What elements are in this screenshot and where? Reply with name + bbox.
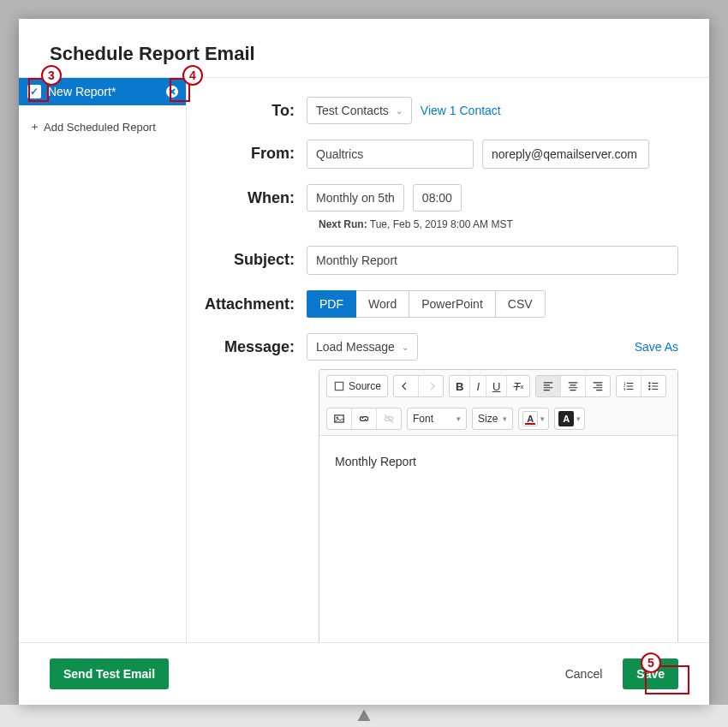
attachment-pdf[interactable]: PDF — [307, 290, 356, 318]
unlink-icon — [383, 413, 395, 425]
bg-color-button[interactable]: A ▾ — [554, 408, 585, 430]
text-color-button[interactable]: A ▾ — [518, 408, 549, 430]
subject-input[interactable] — [307, 246, 678, 275]
next-run-value: Tue, Feb 5, 2019 8:00 AM MST — [370, 218, 513, 230]
align-right-icon — [592, 380, 604, 392]
to-dropdown[interactable]: Test Contacts ⌄ — [307, 97, 412, 124]
view-contact-link[interactable]: View 1 Contact — [421, 104, 501, 117]
link-button[interactable] — [351, 408, 376, 429]
text-color-icon: A — [522, 411, 538, 426]
form-area: To: Test Contacts ⌄ View 1 Contact From: — [187, 78, 709, 642]
svg-point-7 — [649, 388, 651, 390]
row-subject: Subject: — [204, 246, 678, 275]
sidebar: ✓ New Report* ＋ Add Scheduled Report — [19, 78, 187, 642]
unlink-button[interactable] — [376, 408, 401, 429]
chevron-down-icon: ▾ — [540, 414, 545, 423]
next-run-note: Next Run: Tue, Feb 5, 2019 8:00 AM MST — [319, 218, 678, 230]
row-from: From: — [204, 140, 678, 169]
load-message-dropdown[interactable]: Load Message ⌄ — [307, 333, 418, 361]
image-button[interactable] — [327, 408, 351, 429]
background-warning-bar — [0, 705, 728, 727]
warning-icon — [356, 708, 372, 724]
chevron-down-icon: ⌄ — [396, 106, 403, 116]
add-scheduled-report[interactable]: ＋ Add Scheduled Report — [19, 105, 186, 148]
next-run-label: Next Run: — [319, 218, 367, 230]
attachment-word[interactable]: Word — [356, 290, 409, 318]
align-left-button[interactable] — [536, 376, 560, 396]
redo-icon — [425, 380, 437, 392]
italic-button[interactable]: I — [469, 376, 486, 396]
when-frequency-dropdown[interactable]: Monthly on 5th — [307, 184, 404, 212]
when-time-dropdown[interactable]: 08:00 — [413, 184, 462, 212]
list-group: 123 — [616, 375, 666, 397]
size-select[interactable]: Size ▾ — [472, 408, 513, 430]
align-right-button[interactable] — [585, 376, 610, 396]
plus-icon: ＋ — [29, 119, 40, 134]
underline-button[interactable]: U — [486, 376, 506, 396]
undo-button[interactable] — [394, 376, 418, 396]
chevron-down-icon: ⌄ — [402, 343, 409, 352]
report-tab[interactable]: ✓ New Report* — [19, 78, 186, 105]
when-freq-value: Monthly on 5th — [316, 191, 395, 205]
bullet-list-icon — [647, 380, 659, 392]
svg-point-6 — [649, 385, 651, 387]
insert-group — [326, 408, 402, 430]
row-when: When: Monthly on 5th 08:00 — [204, 184, 678, 212]
svg-rect-1 — [335, 382, 343, 390]
text-style-group: B I U Tx — [449, 375, 530, 397]
link-icon — [358, 413, 370, 425]
when-time-value: 08:00 — [422, 191, 452, 205]
modal-body: ✓ New Report* ＋ Add Scheduled Report To:… — [19, 77, 709, 643]
label-from: From: — [204, 140, 307, 163]
image-icon — [333, 413, 345, 425]
clear-format-button[interactable]: Tx — [506, 376, 529, 396]
align-group — [535, 375, 611, 397]
cancel-button[interactable]: Cancel — [552, 658, 617, 689]
attachment-powerpoint[interactable]: PowerPoint — [409, 290, 496, 318]
editor-body[interactable]: Monthly Report — [319, 436, 677, 642]
to-dropdown-value: Test Contacts — [316, 104, 389, 117]
svg-text:3: 3 — [624, 388, 626, 391]
undo-icon — [400, 380, 412, 392]
align-center-button[interactable] — [560, 376, 585, 396]
svg-line-10 — [385, 414, 392, 422]
from-email-input[interactable] — [482, 140, 649, 169]
chevron-down-icon: ▾ — [503, 414, 507, 423]
checkbox-icon[interactable]: ✓ — [27, 85, 41, 98]
row-message: Message: Load Message ⌄ Save As — [204, 333, 678, 361]
ordered-list-icon: 123 — [623, 380, 635, 392]
save-as-link[interactable]: Save As — [635, 340, 678, 354]
ordered-list-button[interactable]: 123 — [617, 376, 641, 396]
attachment-csv[interactable]: CSV — [496, 290, 546, 318]
rich-text-editor: Source B I U Tx — [319, 369, 678, 642]
font-select-value: Font — [413, 413, 433, 425]
label-to: To: — [204, 97, 307, 120]
bg-color-icon: A — [558, 411, 574, 426]
redo-button[interactable] — [418, 376, 443, 396]
modal-title: Schedule Report Email — [19, 19, 709, 77]
load-message-value: Load Message — [316, 340, 395, 354]
close-icon[interactable] — [165, 85, 179, 98]
schedule-report-modal: Schedule Report Email ✓ New Report* ＋ Ad… — [19, 19, 709, 705]
undo-redo-group — [393, 375, 444, 397]
report-tab-label: New Report* — [48, 85, 116, 98]
from-name-input[interactable] — [307, 140, 474, 169]
label-subject: Subject: — [204, 246, 307, 269]
svg-point-5 — [649, 382, 651, 384]
source-icon — [333, 380, 345, 392]
size-select-value: Size — [478, 413, 498, 425]
label-message: Message: — [204, 333, 307, 356]
source-button[interactable]: Source — [326, 375, 388, 397]
bullet-list-button[interactable] — [641, 376, 665, 396]
save-button[interactable]: Save — [623, 658, 678, 689]
row-attachment: Attachment: PDF Word PowerPoint CSV — [204, 290, 678, 318]
label-attachment: Attachment: — [204, 290, 307, 313]
modal-footer: Send Test Email Cancel Save — [19, 643, 709, 705]
row-to: To: Test Contacts ⌄ View 1 Contact — [204, 97, 678, 124]
chevron-down-icon: ▾ — [576, 414, 581, 423]
bold-button[interactable]: B — [450, 376, 469, 396]
font-select[interactable]: Font ▾ — [407, 408, 467, 430]
align-center-icon — [567, 380, 579, 392]
send-test-email-button[interactable]: Send Test Email — [50, 658, 169, 689]
add-report-label: Add Scheduled Report — [44, 121, 156, 134]
